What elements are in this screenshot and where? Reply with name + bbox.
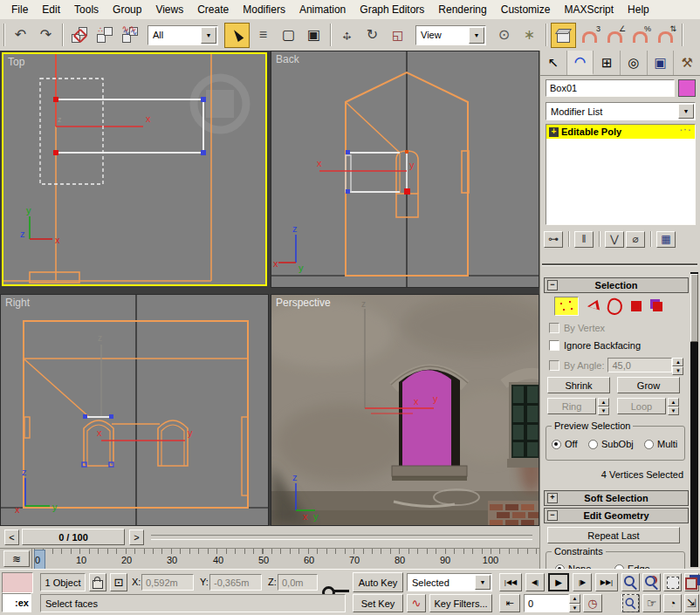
ignore-backfacing-checkbox[interactable] bbox=[549, 340, 559, 351]
undo-button[interactable]: ↶ bbox=[9, 24, 32, 47]
viewport-perspective[interactable]: Perspective bbox=[271, 294, 539, 526]
rollout-selection-header[interactable]: − Selection bbox=[544, 277, 689, 293]
maxscript-listener-white[interactable]: :ex bbox=[2, 593, 31, 612]
go-to-start-button[interactable]: |◀◀ bbox=[499, 573, 522, 591]
menu-item-rendering[interactable]: Rendering bbox=[431, 1, 493, 18]
pin-stack-button[interactable]: ⊶ bbox=[544, 231, 563, 248]
expand-plus-icon[interactable]: + bbox=[549, 127, 559, 137]
absolute-offset-toggle-button[interactable]: ⊡ bbox=[110, 573, 127, 591]
expand-icon[interactable]: + bbox=[547, 493, 558, 503]
tab-create[interactable]: ↖ bbox=[540, 51, 567, 75]
zoom-all-button[interactable] bbox=[642, 573, 661, 591]
spin-down-icon[interactable]: ▼ bbox=[668, 407, 679, 415]
viewport-perspective-label[interactable]: Perspective bbox=[276, 297, 331, 309]
modifier-list-dropdown[interactable]: Modifier List ▼ bbox=[546, 102, 696, 120]
spinner-snap-button[interactable]: ⇅ bbox=[654, 24, 677, 47]
spin-up-icon[interactable]: ▲ bbox=[668, 398, 679, 407]
arc-rotate-button[interactable]: ◔ bbox=[663, 594, 682, 612]
menu-item-tools[interactable]: Tools bbox=[67, 1, 106, 18]
by-angle-spinner[interactable]: ▲▼ bbox=[672, 358, 683, 372]
zoom-extents-all-button[interactable] bbox=[684, 573, 699, 591]
menu-item-create[interactable]: Create bbox=[190, 1, 236, 18]
configure-modifier-sets-button[interactable]: ▦ bbox=[656, 231, 676, 248]
menu-item-views[interactable]: Views bbox=[148, 1, 190, 18]
menu-item-edit[interactable]: Edit bbox=[35, 1, 67, 18]
unlink-selection-button[interactable] bbox=[93, 24, 116, 47]
stack-item-editable-poly[interactable]: + Editable Poly ∙·∙ bbox=[546, 125, 695, 139]
y-coordinate-field[interactable]: -0,365m bbox=[209, 574, 262, 591]
set-key-mode-button[interactable]: ∿ bbox=[407, 594, 426, 612]
region-zoom-button[interactable] bbox=[621, 594, 640, 612]
polygon-mode-icon[interactable] bbox=[631, 301, 642, 311]
play-button[interactable]: ▶ bbox=[548, 573, 569, 591]
rectangular-selection-region-button[interactable]: ▢ bbox=[277, 24, 300, 47]
shrink-button[interactable]: Shrink bbox=[547, 377, 610, 393]
collapse-icon[interactable]: − bbox=[547, 280, 558, 290]
loop-button[interactable]: Loop bbox=[617, 398, 666, 414]
key-filters-button[interactable]: Key Filters... bbox=[429, 594, 492, 612]
time-slider-handle[interactable]: 0 / 100 bbox=[22, 529, 125, 545]
rollout-edit-geometry-header[interactable]: − Edit Geometry bbox=[544, 508, 689, 523]
frame-spinner[interactable]: ▲▼ bbox=[569, 594, 580, 612]
preview-multi-radio[interactable] bbox=[644, 440, 654, 449]
zoom-button[interactable] bbox=[621, 573, 640, 591]
viewport-top-label[interactable]: Top bbox=[8, 56, 24, 68]
menu-item-graph-editors[interactable]: Graph Editors bbox=[353, 1, 431, 18]
selection-lock-button[interactable] bbox=[89, 573, 106, 591]
viewport-back-label[interactable]: Back bbox=[276, 53, 299, 65]
repeat-last-button[interactable]: Repeat Last bbox=[547, 527, 680, 543]
next-frame-button[interactable]: |▶ bbox=[573, 573, 592, 591]
selection-filter-dropdown[interactable]: All ▼ bbox=[148, 25, 218, 45]
spin-down-icon[interactable]: ▼ bbox=[598, 407, 609, 415]
set-key-button[interactable]: Set Key bbox=[353, 594, 403, 612]
select-and-scale-button[interactable]: ◱ bbox=[386, 24, 409, 47]
zoom-extents-button[interactable] bbox=[663, 573, 682, 591]
key-filter-set-dropdown[interactable]: Selected ▼ bbox=[407, 573, 492, 591]
select-and-link-button[interactable] bbox=[67, 24, 91, 47]
spin-up-icon[interactable]: ▲ bbox=[569, 594, 580, 604]
select-object-button[interactable] bbox=[224, 23, 250, 48]
viewport-top[interactable]: Top x z bbox=[2, 52, 267, 286]
time-configuration-button[interactable]: ◷ bbox=[583, 594, 602, 612]
by-vertex-checkbox[interactable] bbox=[549, 323, 559, 333]
panel-scrollbar-thumb[interactable] bbox=[690, 274, 698, 342]
grow-button[interactable]: Grow bbox=[617, 377, 680, 393]
select-by-name-button[interactable]: ≡ bbox=[251, 24, 275, 47]
remove-modifier-button[interactable]: ⌀ bbox=[626, 231, 645, 248]
x-coordinate-field[interactable]: 0,592m bbox=[141, 574, 194, 591]
tab-display[interactable]: ▣ bbox=[648, 51, 675, 75]
preview-subobj-radio[interactable] bbox=[588, 440, 598, 449]
auto-key-button[interactable]: Auto Key bbox=[353, 572, 403, 592]
percent-snap-button[interactable]: % bbox=[628, 24, 652, 47]
edge-mode-icon[interactable] bbox=[587, 300, 600, 312]
menu-item-customize[interactable]: Customize bbox=[494, 1, 558, 18]
viewport-right[interactable]: Right z bbox=[0, 294, 269, 526]
menu-item-animation[interactable]: Animation bbox=[292, 1, 353, 18]
show-end-result-button[interactable]: ‖ bbox=[574, 231, 594, 248]
time-slider-next-button[interactable]: > bbox=[129, 530, 144, 545]
select-and-rotate-button[interactable]: ↻ bbox=[360, 24, 384, 47]
tab-hierarchy[interactable]: ⊞ bbox=[594, 51, 621, 75]
by-angle-field[interactable]: 45,0 bbox=[607, 358, 672, 372]
menu-item-group[interactable]: Group bbox=[106, 1, 148, 18]
angle-snap-button[interactable]: ∠ bbox=[603, 24, 627, 47]
rollout-soft-selection-header[interactable]: + Soft Selection bbox=[544, 490, 689, 506]
redo-button[interactable]: ↷ bbox=[34, 24, 58, 47]
time-slider-track[interactable] bbox=[151, 535, 532, 540]
collapse-icon[interactable]: − bbox=[547, 510, 558, 521]
spin-down-icon[interactable]: ▼ bbox=[672, 366, 683, 375]
spin-down-icon[interactable]: ▼ bbox=[569, 604, 580, 613]
vertex-mode-button[interactable] bbox=[554, 297, 579, 316]
tab-motion[interactable]: ◎ bbox=[621, 51, 648, 75]
element-mode-icon[interactable] bbox=[653, 302, 662, 311]
min-max-toggle-button[interactable]: ⇲ bbox=[684, 594, 699, 612]
window-crossing-button[interactable]: ▣ bbox=[302, 24, 326, 47]
preview-off-radio[interactable] bbox=[552, 440, 561, 449]
ring-button[interactable]: Ring bbox=[547, 398, 596, 414]
viewport-back[interactable]: Back x y bbox=[271, 51, 539, 288]
panel-scrollbar[interactable] bbox=[690, 272, 698, 567]
open-mini-curve-editor-button[interactable]: ≋ bbox=[3, 550, 30, 567]
select-and-manipulate-button[interactable]: ∗ bbox=[518, 24, 541, 47]
loop-spinner[interactable]: ▲▼ bbox=[668, 398, 679, 414]
spin-up-icon[interactable]: ▲ bbox=[598, 398, 609, 407]
